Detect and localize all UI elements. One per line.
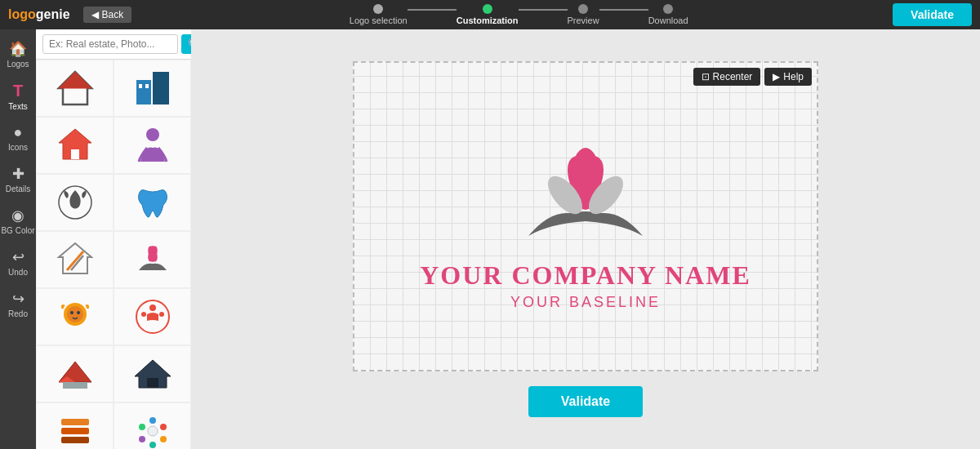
svg-rect-7 (71, 149, 79, 159)
recenter-label: Recenter (713, 71, 753, 82)
logo-item-buildings[interactable] (114, 60, 191, 117)
sidebar-item-undo[interactable]: ↩ Undo (0, 242, 36, 283)
icons-icon: ● (14, 124, 23, 141)
sidebar-logos-label: Logos (7, 60, 29, 69)
back-label: Back (102, 9, 124, 20)
sidebar-item-details[interactable]: ✚ Details (0, 158, 36, 200)
svg-marker-1 (59, 72, 91, 88)
sidebar-texts-label: Texts (8, 102, 27, 111)
sidebar-item-redo[interactable]: ↪ Redo (0, 283, 36, 325)
step-preview: Preview (543, 4, 624, 25)
logos-icon: 🏠 (9, 40, 27, 58)
svg-rect-5 (145, 84, 149, 88)
sidebar-item-bgcolor[interactable]: ◉ BG Color (0, 200, 36, 242)
logo-item-dragon[interactable] (36, 174, 114, 231)
step-label: Preview (568, 16, 599, 25)
help-button[interactable]: ▶ Help (764, 68, 812, 86)
step-dot (663, 4, 673, 14)
svg-point-34 (139, 424, 145, 430)
texts-icon: T (13, 82, 23, 100)
step-dot (483, 4, 492, 14)
search-button[interactable]: 🔍 (181, 34, 191, 54)
svg-point-17 (67, 306, 83, 322)
svg-point-35 (160, 436, 167, 442)
main-content: 🏠 Logos T Texts ● Icons ✚ Details ◉ BG C… (0, 29, 980, 449)
svg-rect-25 (63, 382, 87, 389)
logo-item-stacked-layers[interactable] (36, 402, 114, 449)
logo-item-people-circle[interactable] (114, 402, 191, 449)
logo-preview-image (504, 122, 667, 252)
svg-point-33 (160, 424, 167, 430)
recenter-button[interactable]: ⊡ Recenter (693, 68, 761, 86)
svg-point-23 (159, 312, 164, 317)
step-label: Customization (457, 16, 519, 25)
svg-rect-4 (139, 84, 142, 88)
sidebar-item-texts[interactable]: T Texts (0, 75, 36, 118)
step-dot (578, 4, 588, 14)
company-name-text[interactable]: YOUR COMPANY NAME (420, 260, 751, 291)
details-icon: ✚ (12, 165, 24, 183)
step-download: Download (624, 4, 713, 25)
svg-point-36 (139, 436, 145, 442)
step-label: Download (648, 16, 688, 25)
left-sidebar: 🏠 Logos T Texts ● Icons ✚ Details ◉ BG C… (0, 29, 36, 449)
logo-item-house-key[interactable] (36, 117, 114, 174)
svg-point-15 (145, 245, 158, 263)
svg-point-18 (70, 311, 74, 314)
logo-item-house-tools[interactable] (36, 231, 114, 288)
logo-item-lotus-hands[interactable] (114, 231, 191, 288)
canvas-board[interactable]: YOUR COMPANY NAME YOUR BASELINE (353, 61, 818, 371)
back-arrow-icon: ◀ (91, 9, 99, 20)
validate-button-bottom[interactable]: Validate (528, 386, 643, 417)
svg-rect-2 (136, 80, 151, 104)
canvas-area: ⊡ Recenter ▶ Help (191, 29, 980, 449)
help-label: Help (783, 71, 804, 82)
canvas-wrapper: ⊡ Recenter ▶ Help (353, 61, 818, 371)
logo-item-circle-people[interactable] (114, 288, 191, 345)
logo-item-woman-silhouette[interactable] (114, 117, 191, 174)
svg-rect-30 (61, 428, 89, 434)
sidebar-item-icons[interactable]: ● Icons (0, 118, 36, 158)
sidebar-undo-label: Undo (8, 268, 28, 277)
sidebar-item-logos[interactable]: 🏠 Logos (0, 33, 36, 75)
svg-rect-3 (153, 72, 169, 104)
svg-point-19 (77, 311, 80, 314)
undo-icon: ↩ (12, 248, 24, 266)
svg-rect-31 (61, 437, 89, 443)
back-button[interactable]: ◀ Back (83, 7, 132, 23)
logo-grid (36, 60, 191, 449)
svg-point-21 (149, 305, 156, 311)
step-label: Logo selection (350, 16, 408, 25)
search-bar: 🔍 (36, 29, 191, 60)
recenter-icon: ⊡ (702, 71, 710, 82)
svg-point-38 (148, 426, 158, 436)
svg-point-8 (146, 128, 159, 141)
svg-point-32 (149, 417, 156, 424)
sidebar-redo-label: Redo (8, 309, 28, 318)
svg-rect-29 (61, 419, 89, 425)
logo-list-panel: 🔍 (36, 29, 191, 449)
logo-item-dark-roof[interactable] (114, 345, 191, 402)
svg-point-37 (149, 442, 156, 448)
logo-item-house-roof[interactable] (36, 60, 114, 117)
logo-item-lion[interactable] (36, 288, 114, 345)
app-logo: logogenie (8, 7, 70, 22)
help-icon: ▶ (773, 71, 780, 82)
logo-item-roof-mountain[interactable] (36, 345, 114, 402)
svg-line-11 (67, 251, 83, 270)
validate-button-top[interactable]: Validate (893, 3, 972, 26)
sidebar-details-label: Details (6, 184, 31, 193)
sidebar-icons-label: Icons (8, 143, 28, 152)
canvas-controls: ⊡ Recenter ▶ Help (693, 68, 812, 86)
logo-item-tooth[interactable] (114, 174, 191, 231)
svg-rect-28 (147, 378, 158, 388)
topbar: logogenie ◀ Back Logo selection Customiz… (0, 0, 980, 29)
step-dot (373, 4, 383, 14)
bgcolor-icon: ◉ (11, 207, 24, 224)
redo-icon: ↪ (12, 290, 24, 308)
sidebar-bgcolor-label: BG Color (1, 226, 34, 235)
svg-point-22 (141, 312, 146, 317)
company-baseline-text[interactable]: YOUR BASELINE (510, 294, 661, 311)
search-input[interactable] (42, 34, 178, 54)
steps-nav: Logo selection Customization Preview Dow… (145, 4, 893, 25)
